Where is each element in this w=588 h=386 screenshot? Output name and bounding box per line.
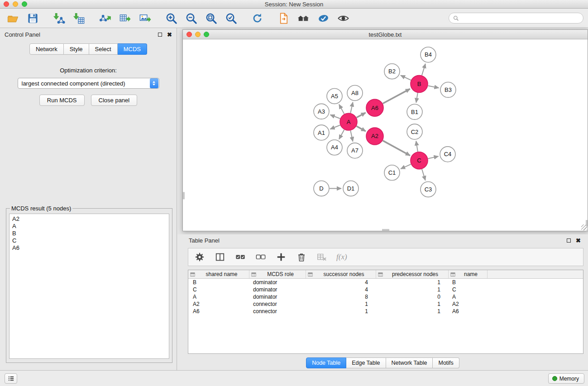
table-row[interactable]: Adominator80A xyxy=(188,293,583,300)
zoom-fit-button[interactable] xyxy=(203,10,219,26)
table-cell[interactable]: B xyxy=(188,279,249,286)
memory-button[interactable]: Memory xyxy=(548,373,584,384)
close-panel-icon[interactable]: ✖ xyxy=(167,32,172,38)
zoom-window-button[interactable] xyxy=(22,1,27,7)
graph-edge-A-A2[interactable] xyxy=(357,126,366,131)
graph-edge-A-A7[interactable] xyxy=(350,131,353,142)
network-window-titlebar[interactable]: testGlobe.txt xyxy=(183,30,588,39)
table-cell[interactable]: A xyxy=(188,293,249,300)
graph-node-A1[interactable]: A1 xyxy=(314,125,329,140)
graph-node-A5[interactable]: A5 xyxy=(327,88,342,104)
home-button[interactable] xyxy=(295,10,311,26)
zoom-selected-button[interactable] xyxy=(223,10,239,26)
table-cell[interactable]: 1 xyxy=(376,300,449,308)
graph-edge-A-A8[interactable] xyxy=(350,102,353,113)
table-cell[interactable]: 1 xyxy=(376,286,449,293)
mcds-result-item[interactable]: A2 xyxy=(12,215,166,223)
graph-node-D[interactable]: D xyxy=(314,181,329,196)
tab-mcds[interactable]: MCDS xyxy=(118,43,147,55)
graph-node-A4[interactable]: A4 xyxy=(327,140,342,155)
open-session-button[interactable] xyxy=(5,10,21,26)
delete-column-button[interactable] xyxy=(296,251,307,263)
tab-motifs[interactable]: Motifs xyxy=(433,357,459,368)
deselect-all-columns-button[interactable] xyxy=(255,251,267,263)
table-cell[interactable]: dominator xyxy=(249,279,306,286)
export-table-button[interactable] xyxy=(117,10,133,26)
add-column-button[interactable] xyxy=(275,251,287,263)
graph-edge-B-B1[interactable] xyxy=(416,93,418,102)
graph-edge-B-B2[interactable] xyxy=(401,76,411,81)
table-cell[interactable]: A2 xyxy=(188,300,249,308)
table-row[interactable]: Cdominator41C xyxy=(188,286,583,293)
graph-edge-A-A4[interactable] xyxy=(339,130,344,139)
dropdown-stepper[interactable] xyxy=(150,78,158,88)
graph-node-B[interactable]: B xyxy=(411,76,428,93)
table-row[interactable]: A2connector11A2 xyxy=(188,300,583,308)
graph-node-C[interactable]: C xyxy=(411,152,428,169)
graph-edge-A-A6[interactable] xyxy=(357,113,366,118)
column-header-predecessor-nodes[interactable]: predecessor nodes xyxy=(376,270,449,278)
graph-edge-C-C3[interactable] xyxy=(422,169,425,181)
select-all-columns-button[interactable] xyxy=(234,251,246,263)
zoom-in-button[interactable] xyxy=(163,10,179,26)
document-export-button[interactable] xyxy=(275,10,292,26)
close-table-panel-icon[interactable]: ✖ xyxy=(576,238,581,243)
graph-node-C2[interactable]: C2 xyxy=(407,124,422,139)
table-cell[interactable]: B xyxy=(449,279,488,286)
graph-node-D1[interactable]: D1 xyxy=(343,181,359,196)
graph-node-B3[interactable]: B3 xyxy=(440,82,456,98)
graph-edge-C-C4[interactable] xyxy=(428,156,439,158)
table-cell[interactable]: A6 xyxy=(449,308,488,315)
graph-node-B2[interactable]: B2 xyxy=(384,64,400,79)
table-cell[interactable]: 1 xyxy=(306,308,376,315)
zoom-network-window-button[interactable] xyxy=(204,32,209,37)
table-cell[interactable]: 4 xyxy=(306,286,376,293)
graph-node-C3[interactable]: C3 xyxy=(421,182,436,197)
table-row[interactable]: A6connector11A6 xyxy=(188,308,583,315)
float-panel-icon[interactable] xyxy=(158,33,162,37)
tab-edge-table[interactable]: Edge Table xyxy=(346,357,386,368)
graph-edge-A6-B[interactable] xyxy=(383,89,410,103)
function-builder-button[interactable]: f(x) xyxy=(336,251,347,263)
graph-node-A7[interactable]: A7 xyxy=(347,143,363,158)
graph-node-A3[interactable]: A3 xyxy=(314,104,329,119)
mcds-result-item[interactable]: A6 xyxy=(12,244,166,252)
zoom-out-button[interactable] xyxy=(183,10,199,26)
graph-node-B1[interactable]: B1 xyxy=(407,104,422,119)
table-cell[interactable]: dominator xyxy=(249,293,306,300)
graph-node-A2[interactable]: A2 xyxy=(366,128,383,145)
show-columns-button[interactable] xyxy=(214,251,226,263)
table-settings-button[interactable] xyxy=(194,251,206,263)
minimize-network-window-button[interactable] xyxy=(195,32,201,37)
close-window-button[interactable] xyxy=(4,1,9,7)
tab-node-table[interactable]: Node Table xyxy=(306,357,346,368)
graph-edge-A-A3[interactable] xyxy=(330,115,340,119)
tab-network[interactable]: Network xyxy=(29,43,64,55)
table-cell[interactable]: 1 xyxy=(376,308,449,315)
close-network-window-button[interactable] xyxy=(186,32,192,37)
table-cell[interactable]: 4 xyxy=(306,279,376,286)
column-header-shared-name[interactable]: shared name xyxy=(188,270,249,278)
graph-edge-C-C2[interactable] xyxy=(416,141,418,152)
table-cell[interactable]: A2 xyxy=(449,300,488,308)
export-network-button[interactable] xyxy=(97,10,113,26)
search-input[interactable] xyxy=(461,15,579,21)
graph-node-A8[interactable]: A8 xyxy=(347,86,363,101)
column-header-successor-nodes[interactable]: successor nodes xyxy=(306,270,376,278)
import-table-button[interactable] xyxy=(71,10,87,26)
search-field[interactable] xyxy=(449,13,583,24)
mcds-result-list[interactable]: A2ABCA6 xyxy=(9,214,169,359)
tab-select[interactable]: Select xyxy=(89,43,118,55)
network-canvas[interactable]: B4B2BB3A8A5A6A3B1AC2A1A2A4A7C4CC1C3DD1 xyxy=(183,40,588,231)
close-panel-button[interactable]: Close panel xyxy=(91,95,138,106)
tab-style[interactable]: Style xyxy=(64,43,89,55)
graph-node-A[interactable]: A xyxy=(340,113,357,130)
graph-edge-A2-C[interactable] xyxy=(383,141,410,156)
table-cell[interactable]: dominator xyxy=(249,286,306,293)
graph-edge-B-B3[interactable] xyxy=(428,86,439,88)
graph-edge-A-A5[interactable] xyxy=(339,105,344,114)
table-cell[interactable]: connector xyxy=(249,308,306,315)
table-cell[interactable]: A6 xyxy=(188,308,249,315)
criterion-dropdown[interactable]: largest connected component (directed) xyxy=(18,78,159,89)
mcds-result-item[interactable]: C xyxy=(12,237,166,244)
